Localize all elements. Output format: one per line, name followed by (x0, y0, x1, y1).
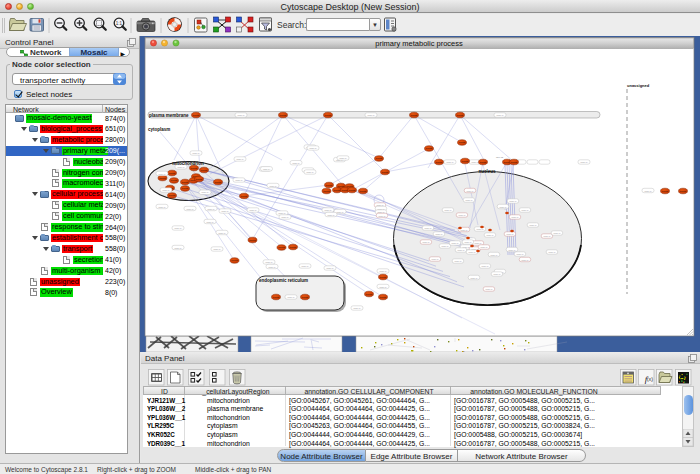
svg-text:(abc 1): (abc 1) (476, 228, 484, 231)
svg-text:(abc 1): (abc 1) (213, 248, 221, 251)
svg-text:(abc 1): (abc 1) (466, 190, 474, 193)
svg-text:(abc 1): (abc 1) (281, 216, 289, 219)
svg-text:abc12: abc12 (215, 181, 222, 183)
svg-text:(abc 1): (abc 1) (207, 208, 215, 211)
svg-text:(abc 1): (abc 1) (493, 273, 501, 276)
svg-text:(abc 1): (abc 1) (174, 227, 182, 230)
svg-text:(abc 1): (abc 1) (486, 234, 494, 237)
svg-text:abc12: abc12 (680, 190, 687, 192)
svg-text:(abc 1): (abc 1) (435, 233, 443, 236)
svg-text:(abc 1): (abc 1) (424, 227, 432, 230)
svg-text:abc12: abc12 (171, 179, 178, 181)
svg-text:(abc 1): (abc 1) (306, 171, 314, 174)
svg-text:abc12: abc12 (462, 160, 469, 162)
svg-text:abc12: abc12 (290, 246, 297, 248)
svg-text:mitochondrion: mitochondrion (172, 161, 204, 166)
svg-text:abc12: abc12 (169, 194, 176, 196)
svg-text:(abc 1): (abc 1) (506, 233, 514, 236)
svg-text:(abc 1): (abc 1) (265, 261, 273, 264)
svg-text:abc12: abc12 (366, 293, 373, 295)
svg-text:(abc 1): (abc 1) (249, 209, 257, 212)
svg-text:(abc 1): (abc 1) (471, 161, 479, 164)
svg-text:abc12: abc12 (325, 114, 332, 116)
svg-text:(abc 1): (abc 1) (431, 258, 439, 261)
svg-text:(abc 1): (abc 1) (292, 162, 300, 165)
svg-text:(abc 1): (abc 1) (353, 307, 361, 310)
svg-text:(abc 1): (abc 1) (378, 215, 386, 218)
svg-text:(abc 1): (abc 1) (186, 208, 194, 211)
svg-text:abc12: abc12 (380, 296, 387, 298)
svg-text:abc12: abc12 (196, 178, 203, 180)
svg-text:abc12: abc12 (182, 181, 189, 183)
svg-text:(abc 1): (abc 1) (508, 249, 516, 252)
svg-text:(abc 1): (abc 1) (235, 179, 243, 182)
svg-text:(abc 1): (abc 1) (521, 209, 529, 212)
svg-text:abc12: abc12 (360, 190, 367, 192)
svg-text:(abc 1): (abc 1) (218, 232, 226, 235)
svg-text:abc12: abc12 (323, 190, 330, 192)
svg-text:(abc 1): (abc 1) (496, 114, 504, 117)
svg-text:(abc 1): (abc 1) (499, 206, 507, 209)
svg-text:(abc 1): (abc 1) (301, 265, 309, 268)
svg-text:(abc 1): (abc 1) (529, 224, 537, 227)
svg-text:(abc 1): (abc 1) (326, 267, 334, 270)
svg-text:(abc 1): (abc 1) (237, 114, 245, 117)
svg-text:(abc 1): (abc 1) (177, 166, 185, 169)
svg-text:(abc 1): (abc 1) (460, 229, 468, 232)
svg-text:abc12: abc12 (193, 114, 200, 116)
svg-text:1:1: 1:1 (116, 21, 123, 26)
svg-text:(abc 1): (abc 1) (327, 214, 335, 217)
svg-text:(abc 1): (abc 1) (367, 114, 375, 117)
svg-text:abc12: abc12 (662, 190, 669, 192)
svg-text:abc12: abc12 (426, 147, 433, 149)
svg-text:abc12: abc12 (280, 114, 287, 116)
svg-text:(abc 1): (abc 1) (553, 232, 561, 235)
svg-text:(abc 1): (abc 1) (339, 157, 347, 160)
svg-text:abc12: abc12 (459, 141, 466, 143)
svg-text:abc 12: abc 12 (496, 156, 504, 159)
svg-text:abc12: abc12 (457, 114, 464, 116)
svg-text:abc12: abc12 (249, 239, 256, 241)
svg-text:(abc 1): (abc 1) (454, 260, 462, 263)
svg-text:(abc 1): (abc 1) (481, 265, 489, 268)
svg-text:(abc 1): (abc 1) (516, 253, 524, 256)
svg-text:abc12: abc12 (334, 189, 341, 191)
svg-text:abc12: abc12 (511, 161, 518, 163)
svg-text:(abc 1): (abc 1) (174, 247, 182, 250)
svg-text:abc12: abc12 (182, 187, 189, 189)
svg-text:(abc 1): (abc 1) (309, 147, 317, 150)
svg-text:primary metabolic process: primary metabolic process (375, 39, 463, 48)
svg-text:abc12: abc12 (302, 296, 309, 298)
svg-text:abc12: abc12 (159, 177, 166, 179)
svg-text:(abc 1): (abc 1) (490, 254, 498, 257)
svg-text:(abc 1): (abc 1) (441, 245, 449, 248)
svg-text:abc12: abc12 (349, 189, 356, 191)
svg-text:abc12: abc12 (338, 185, 345, 187)
svg-text:(abc 1): (abc 1) (458, 214, 466, 217)
svg-text:nucleus: nucleus (478, 169, 496, 174)
svg-text:(abc 1): (abc 1) (580, 161, 588, 164)
svg-text:(abc 1): (abc 1) (379, 286, 387, 289)
svg-text:(abc 1): (abc 1) (324, 209, 332, 212)
svg-text:abc12: abc12 (376, 157, 383, 159)
svg-text:(abc 1): (abc 1) (263, 168, 271, 171)
svg-text:(abc 1): (abc 1) (451, 242, 459, 245)
svg-text:(abc 1): (abc 1) (221, 210, 229, 213)
svg-text:abc12: abc12 (241, 195, 248, 197)
svg-text:(abc 1): (abc 1) (162, 189, 170, 192)
svg-text:(abc 1): (abc 1) (464, 241, 472, 244)
svg-text:abc12: abc12 (169, 172, 176, 174)
svg-text:(abc 1): (abc 1) (422, 241, 430, 244)
svg-text:(abc 1): (abc 1) (470, 277, 478, 280)
svg-text:(abc 1): (abc 1) (278, 212, 286, 215)
svg-text:(abc 1): (abc 1) (548, 251, 556, 254)
svg-text:abc12: abc12 (273, 296, 280, 298)
svg-text:abc12: abc12 (480, 161, 487, 163)
svg-text:abc12: abc12 (191, 167, 198, 169)
svg-text:(abc 1): (abc 1) (268, 266, 276, 269)
svg-text:abc12: abc12 (436, 161, 443, 163)
svg-text:abc12: abc12 (382, 171, 389, 173)
svg-text:(abc 1): (abc 1) (509, 200, 517, 203)
svg-text:abc12: abc12 (231, 259, 238, 261)
svg-text:plasma membrane: plasma membrane (149, 113, 189, 118)
